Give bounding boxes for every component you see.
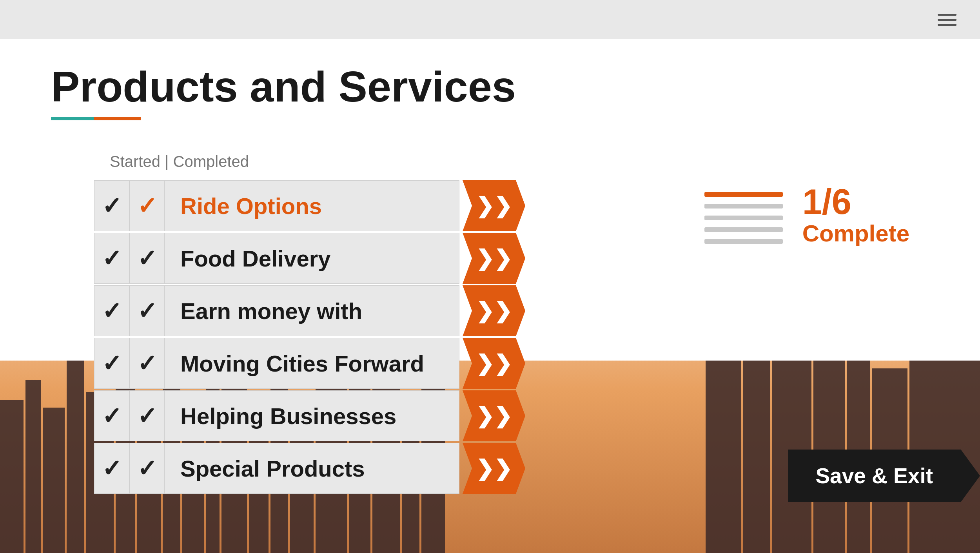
table-area: ✓ ✓ Ride Options ❯❯ ✓ ✓ Food Delivery ❯❯… (94, 180, 525, 495)
underline-teal (51, 117, 94, 120)
svg-rect-4 (67, 361, 84, 553)
row-arrow-3[interactable]: ❯❯ (463, 285, 525, 336)
row-arrow-5[interactable]: ❯❯ (463, 390, 525, 441)
title-underline (51, 117, 516, 120)
chevron-right-icon: ❯❯ (476, 353, 512, 374)
chevron-right-icon: ❯❯ (476, 405, 512, 427)
progress-text: 1/6 Complete (802, 184, 909, 248)
row-label-6[interactable]: Special Products (165, 443, 459, 494)
check-completed-5: ✓ (129, 390, 165, 441)
check-started-5: ✓ (94, 390, 129, 441)
chevron-right-icon: ❯❯ (476, 195, 512, 217)
progress-bar-active (704, 192, 783, 197)
save-exit-button[interactable]: Save & Exit (788, 450, 980, 502)
top-bar (0, 0, 980, 39)
row-label-1[interactable]: Ride Options (165, 180, 459, 231)
svg-rect-1 (0, 400, 24, 553)
check-completed-3: ✓ (129, 285, 165, 336)
title-section: Products and Services (51, 63, 516, 120)
row-label-3[interactable]: Earn money with (165, 285, 459, 336)
table-row: ✓ ✓ Earn money with ❯❯ (94, 285, 525, 336)
main-content: Products and Services Started | Complete… (0, 39, 980, 553)
row-arrow-4[interactable]: ❯❯ (463, 338, 525, 389)
underline-orange (94, 117, 141, 120)
check-started-2: ✓ (94, 233, 129, 284)
chevron-right-icon: ❯❯ (476, 300, 512, 322)
progress-area: 1/6 Complete (704, 184, 909, 248)
table-row: ✓ ✓ Food Delivery ❯❯ (94, 233, 525, 284)
table-row: ✓ ✓ Special Products ❯❯ (94, 443, 525, 494)
check-completed-6: ✓ (129, 443, 165, 494)
page-title: Products and Services (51, 63, 516, 110)
check-completed-2: ✓ (129, 233, 165, 284)
check-started-3: ✓ (94, 285, 129, 336)
chevron-right-icon: ❯❯ (476, 248, 512, 269)
check-started-1: ✓ (94, 180, 129, 231)
chevron-right-icon: ❯❯ (476, 458, 512, 479)
status-labels: Started | Completed (110, 153, 249, 170)
progress-fraction: 1/6 (802, 184, 909, 219)
svg-rect-23 (813, 329, 845, 553)
table-row: ✓ ✓ Helping Businesses ❯❯ (94, 390, 525, 441)
progress-bar-inactive-1 (704, 204, 783, 209)
menu-icon[interactable] (938, 14, 956, 26)
check-started-6: ✓ (94, 443, 129, 494)
progress-bar-inactive-2 (704, 216, 783, 220)
row-label-4[interactable]: Moving Cities Forward (165, 338, 459, 389)
check-completed-4: ✓ (129, 338, 165, 389)
progress-bar-inactive-4 (704, 239, 783, 244)
row-label-2[interactable]: Food Delivery (165, 233, 459, 284)
row-arrow-2[interactable]: ❯❯ (463, 233, 525, 284)
svg-rect-3 (43, 408, 65, 553)
check-completed-1: ✓ (129, 180, 165, 231)
check-started-4: ✓ (94, 338, 129, 389)
table-row: ✓ ✓ Moving Cities Forward ❯❯ (94, 338, 525, 389)
row-label-5[interactable]: Helping Businesses (165, 390, 459, 441)
svg-rect-2 (25, 380, 41, 553)
progress-label: Complete (802, 219, 909, 248)
row-arrow-1[interactable]: ❯❯ (463, 180, 525, 231)
row-arrow-6[interactable]: ❯❯ (463, 443, 525, 494)
progress-lines (704, 184, 783, 244)
progress-bar-inactive-3 (704, 227, 783, 232)
svg-rect-21 (743, 341, 770, 553)
table-row: ✓ ✓ Ride Options ❯❯ (94, 180, 525, 231)
